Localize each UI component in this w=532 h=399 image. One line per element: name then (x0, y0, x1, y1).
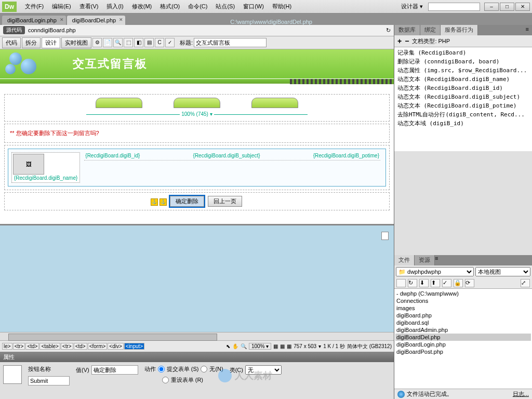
menu-edit[interactable]: 编辑(E) (48, 3, 75, 10)
confirm-delete-button[interactable]: 确定删除 (170, 196, 204, 207)
design-surface[interactable]: 交互式留言板 100% (745) ▾ ** 您确定要删除下面这一则留言吗? (0, 49, 394, 224)
close-icon[interactable]: ✕ (119, 17, 123, 22)
behavior-item[interactable]: 动态属性 (img.src, $row_RecdigiBoard... (395, 66, 531, 75)
zoom-select[interactable]: 100% ▾ (249, 343, 271, 350)
tag-selector[interactable]: le><tr><td><table><tr><td><form><div><in… (2, 343, 145, 349)
tool-icon[interactable]: 📄 (103, 38, 112, 47)
tool-icon[interactable]: ✓ (165, 38, 175, 47)
refresh-icon[interactable]: ↻ (386, 27, 391, 34)
reset-form-radio[interactable] (162, 377, 169, 383)
nav-tab[interactable] (174, 98, 220, 108)
none-radio[interactable] (201, 366, 207, 373)
pointer-icon[interactable]: ⬉ (226, 343, 230, 349)
menu-help[interactable]: 帮助(H) (268, 3, 296, 10)
menu-insert[interactable]: 插入(I) (102, 3, 127, 10)
behavior-item[interactable]: 删除记录 (conndigiBoard, board) (395, 57, 531, 66)
behavior-item[interactable]: 动态文本 (RecdigiBoard.digiB_subject) (395, 92, 531, 101)
site-select[interactable]: 📁 dwphpdwphp (396, 267, 474, 276)
tab-server-behaviors[interactable]: 服务器行为 (441, 25, 478, 35)
add-behavior-button[interactable]: + (397, 37, 402, 45)
menu-modify[interactable]: 修改(M) (128, 3, 156, 10)
tree-item[interactable]: digiBoardPost.php (395, 348, 531, 355)
put-icon[interactable]: ⬆ (431, 279, 440, 287)
file-tree[interactable]: - dwphp (C:\wamp\www) Connections images… (394, 289, 532, 389)
menu-format[interactable]: 格式(O) (156, 3, 184, 10)
hand-icon[interactable]: ✋ (232, 343, 238, 349)
tool-icon[interactable]: C (155, 38, 164, 47)
tool-icon[interactable]: ▤ (144, 38, 154, 47)
live-view-button[interactable]: 实时视图 (61, 37, 91, 48)
hidden-field-icon[interactable]: ⚓ (151, 198, 158, 206)
tree-item[interactable]: digiBoardAdmin.php (395, 326, 531, 334)
log-link[interactable]: 日志... (513, 390, 529, 398)
tab-database[interactable]: 数据库 (394, 25, 420, 35)
tool-icon[interactable]: ◧ (134, 38, 143, 47)
behavior-item[interactable]: 动态文本 (RecdigiBoard.digiB_potime) (395, 101, 531, 110)
view-select[interactable]: 本地视图 (475, 267, 530, 276)
source-badge[interactable]: 源代码 (3, 26, 25, 34)
nav-tab[interactable] (251, 98, 298, 108)
tab-login[interactable]: digiBoardLogin.php✕ (2, 16, 66, 25)
menu-site[interactable]: 站点(S) (211, 3, 239, 10)
document-icon[interactable] (381, 232, 389, 240)
back-button[interactable]: 回上一页 (208, 196, 242, 207)
checkin-icon[interactable]: 🔒 (454, 279, 463, 287)
design-view-button[interactable]: 设计 (42, 37, 60, 48)
menu-command[interactable]: 命令(C) (184, 3, 211, 10)
horizontal-scrollbar[interactable] (0, 332, 394, 340)
panel-menu-icon[interactable]: ≡ (523, 25, 532, 35)
maximize-button[interactable]: □ (500, 3, 514, 11)
tree-item[interactable]: digiBoard.php (395, 312, 531, 319)
tree-item[interactable]: digiBoardLogin.php (395, 341, 531, 348)
behavior-item[interactable]: 去除HTML自动分行(digiB_content, Recd... (395, 110, 531, 119)
tab-del[interactable]: digiBoardDel.php✕ (67, 16, 125, 25)
dimensions[interactable]: 757 x 503 (294, 343, 316, 349)
checkout-icon[interactable]: ✓ (442, 279, 451, 287)
zoom-icon[interactable]: 🔍 (241, 343, 247, 349)
tool-icon[interactable]: ⬚ (124, 38, 133, 47)
tool-icon[interactable]: ⚙ (92, 38, 102, 47)
properties-header[interactable]: 属性 (0, 352, 394, 362)
tree-item[interactable]: - dwphp (C:\wamp\www) (395, 290, 531, 297)
tree-item[interactable]: images (395, 304, 531, 312)
behavior-item[interactable]: 动态文本 (RecdigiBoard.digiB_name) (395, 75, 531, 84)
submit-form-radio[interactable] (158, 366, 165, 373)
remove-behavior-button[interactable]: − (405, 37, 409, 45)
close-button[interactable]: ✕ (515, 3, 530, 11)
minimize-button[interactable]: – (484, 3, 499, 11)
title-input[interactable] (194, 38, 267, 47)
panel-menu-icon[interactable]: ≡ (435, 255, 438, 265)
tree-item[interactable]: Connections (395, 297, 531, 304)
menu-view[interactable]: 查看(V) (75, 3, 103, 10)
connect-icon[interactable] (396, 279, 406, 287)
menu-window[interactable]: 窗口(W) (239, 3, 268, 10)
tree-item[interactable]: digiBoardDel.php (395, 334, 531, 341)
get-icon[interactable]: ⬇ (419, 279, 429, 287)
nav-tab[interactable] (96, 98, 142, 108)
sync-icon[interactable]: ⟳ (465, 279, 474, 287)
workspace-switcher[interactable]: 设计器 ▾ (396, 3, 428, 10)
close-icon[interactable]: ✕ (60, 17, 64, 22)
tab-bindings[interactable]: 绑定 (420, 25, 441, 35)
behavior-item[interactable]: 记录集 (RecdigiBoard) (395, 48, 531, 57)
button-name-input[interactable] (28, 376, 70, 385)
refresh-icon[interactable]: ↻ (408, 279, 417, 287)
code-view-button[interactable]: 代码 (2, 37, 21, 48)
expand-icon[interactable]: ⤢ (521, 279, 530, 287)
menu-file[interactable]: 文件(F) (21, 3, 48, 10)
search-input[interactable] (428, 3, 480, 11)
code-pane[interactable] (0, 230, 394, 332)
globe-icon[interactable] (397, 391, 405, 398)
tool-icon[interactable]: 🔍 (113, 38, 123, 47)
hidden-field-icon[interactable]: ⚓ (159, 198, 167, 206)
tab-assets[interactable]: 资源 (415, 255, 435, 265)
split-bar[interactable] (0, 224, 394, 230)
related-file[interactable]: conndigiBoard.php (28, 27, 76, 33)
value-input[interactable] (91, 365, 138, 375)
behavior-item[interactable]: 动态文本 (RecdigiBoard.digiB_id) (395, 84, 531, 92)
behavior-item[interactable]: 动态文本域 (digiB_id) (395, 119, 531, 128)
tab-files[interactable]: 文件 (394, 255, 415, 265)
tree-item[interactable]: digiboard.sql (395, 319, 531, 326)
split-view-button[interactable]: 拆分 (22, 37, 41, 48)
behaviors-list[interactable]: 记录集 (RecdigiBoard) 删除记录 (conndigiBoard, … (394, 47, 532, 151)
